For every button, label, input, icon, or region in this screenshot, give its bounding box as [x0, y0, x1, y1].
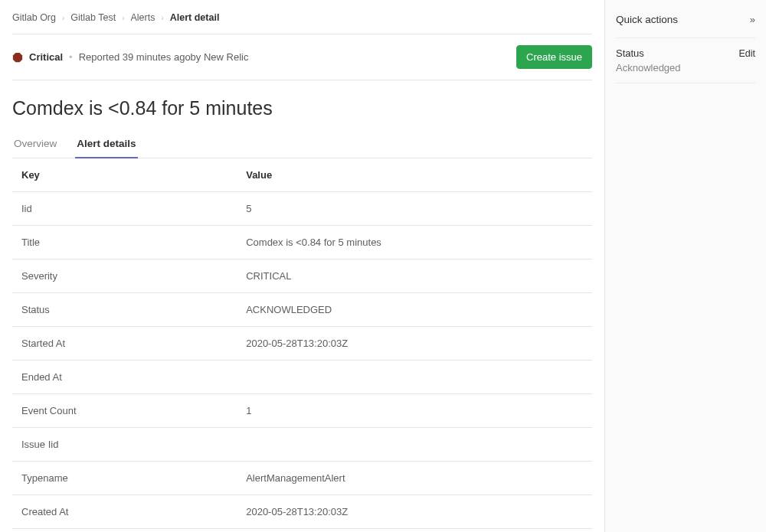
row-key: Issue Iid: [21, 439, 246, 450]
table-header: Key Value: [12, 158, 592, 192]
tab-overview[interactable]: Overview: [12, 130, 58, 158]
row-key: Started At: [21, 338, 246, 349]
reported-text: Reported 39 minutes agoby New Relic: [79, 51, 249, 63]
status-label: Status: [616, 47, 644, 59]
chevron-right-icon: ›: [122, 14, 124, 22]
breadcrumb-item[interactable]: Gitlab Test: [70, 12, 116, 23]
alert-header: Critical • Reported 39 minutes agoby New…: [12, 34, 592, 80]
row-value: [246, 439, 583, 450]
edit-status-link[interactable]: Edit: [738, 48, 755, 59]
header-value: Value: [246, 169, 583, 181]
table-row: Monitoring ToolNew Relic: [12, 529, 592, 532]
table-row: StatusACKNOWLEDGED: [12, 293, 592, 327]
breadcrumb-current: Alert detail: [170, 12, 220, 23]
svg-marker-0: [13, 52, 22, 61]
severity-critical-icon: [12, 52, 23, 63]
row-key: Status: [21, 304, 246, 315]
breadcrumb: Gitlab Org › Gitlab Test › Alerts › Aler…: [12, 12, 592, 34]
table-row: Created At2020-05-28T13:20:03Z: [12, 495, 592, 529]
sidebar-status-block: Status Edit Acknowledged: [616, 38, 755, 83]
row-value: 1: [246, 405, 583, 416]
table-row: SeverityCRITICAL: [12, 259, 592, 293]
row-key: Typename: [21, 472, 246, 484]
row-value: Comdex is <0.84 for 5 minutes: [246, 237, 583, 248]
row-key: Ended At: [21, 371, 246, 383]
row-value: 5: [246, 203, 583, 214]
status-value: Acknowledged: [616, 62, 755, 73]
page-title: Comdex is <0.84 for 5 minutes: [12, 80, 592, 130]
table-row: Event Count1: [12, 394, 592, 428]
table-row: TitleComdex is <0.84 for 5 minutes: [12, 226, 592, 259]
row-key: Severity: [21, 270, 246, 282]
header-key: Key: [21, 169, 246, 181]
tab-alert-details[interactable]: Alert details: [75, 130, 137, 158]
tabs: Overview Alert details: [12, 130, 592, 158]
create-issue-button[interactable]: Create issue: [516, 45, 592, 69]
row-key: Event Count: [21, 405, 246, 416]
table-row: Ended At: [12, 361, 592, 394]
sidebar: Quick actions » Status Edit Acknowledged: [605, 0, 766, 532]
separator-dot: •: [69, 51, 73, 63]
row-key: Title: [21, 237, 246, 248]
severity-label: Critical: [29, 51, 63, 63]
chevron-right-icon: ›: [161, 14, 163, 22]
table-row: Iid5: [12, 192, 592, 226]
row-key: Created At: [21, 506, 246, 517]
table-row: Issue Iid: [12, 428, 592, 462]
main-content: Gitlab Org › Gitlab Test › Alerts › Aler…: [0, 0, 605, 532]
row-value: CRITICAL: [246, 270, 583, 282]
row-value: ACKNOWLEDGED: [246, 304, 583, 315]
collapse-icon[interactable]: »: [750, 14, 755, 25]
row-value: AlertManagementAlert: [246, 472, 583, 484]
table-row: Started At2020-05-28T13:20:03Z: [12, 327, 592, 361]
details-table: Key Value Iid5TitleComdex is <0.84 for 5…: [12, 158, 592, 532]
breadcrumb-item[interactable]: Gitlab Org: [12, 12, 56, 23]
row-value: [246, 371, 583, 383]
row-value: 2020-05-28T13:20:03Z: [246, 506, 583, 517]
row-value: 2020-05-28T13:20:03Z: [246, 338, 583, 349]
table-row: TypenameAlertManagementAlert: [12, 462, 592, 495]
sidebar-header: Quick actions »: [616, 14, 755, 38]
alert-meta: Critical • Reported 39 minutes agoby New…: [12, 51, 248, 63]
quick-actions-title: Quick actions: [616, 14, 678, 25]
row-key: Iid: [21, 203, 246, 214]
chevron-right-icon: ›: [62, 14, 64, 22]
breadcrumb-item[interactable]: Alerts: [130, 12, 155, 23]
